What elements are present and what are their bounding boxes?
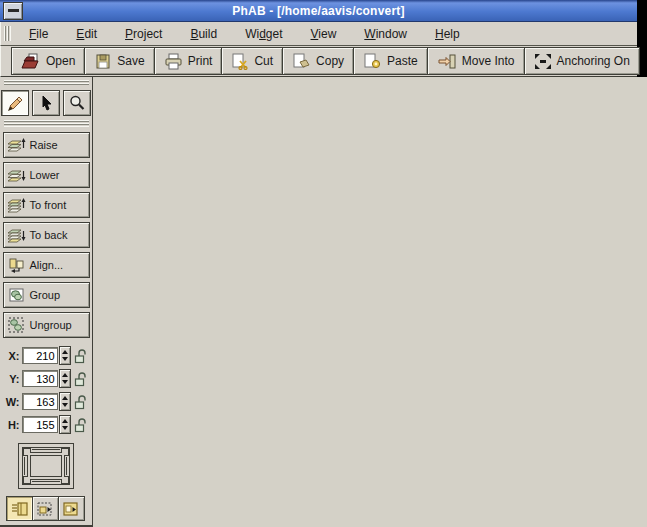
arrow-cursor-icon <box>37 94 55 113</box>
anchor-bar-right[interactable] <box>64 455 70 477</box>
workspace-canvas[interactable] <box>0 77 647 527</box>
w-spinner[interactable] <box>59 392 71 411</box>
menu-item-widget[interactable]: Widget <box>243 25 284 43</box>
magnify-tool-button[interactable] <box>63 90 91 116</box>
ungroup-label: Ungroup <box>30 319 72 331</box>
y-lock-button[interactable] <box>73 370 89 388</box>
geometry-section: X: Y: W: <box>4 346 89 435</box>
to-front-button[interactable]: To front <box>3 192 90 218</box>
group-label: Group <box>30 289 61 301</box>
align-button[interactable]: Align... <box>3 252 90 278</box>
titlebar[interactable]: PhAB - [/home/aavis/convert] <box>0 0 637 22</box>
anchor-corner-bottom-left[interactable] <box>22 477 30 485</box>
menu-item-window[interactable]: Window <box>362 25 409 43</box>
w-row: W: <box>4 392 89 412</box>
lower-button[interactable]: Lower <box>3 162 90 188</box>
h-lock-button[interactable] <box>73 416 89 434</box>
menu-item-help[interactable]: Help <box>433 25 462 43</box>
menu-item-build[interactable]: Build <box>188 25 219 43</box>
window-title: PhAB - [/home/aavis/convert] <box>0 4 637 18</box>
grow-panel-icon <box>62 501 81 517</box>
grow-panel-button[interactable] <box>58 496 85 521</box>
to-front-label: To front <box>30 199 67 211</box>
open-button[interactable]: Open <box>11 47 85 75</box>
print-button[interactable]: Print <box>154 47 223 75</box>
y-row: Y: <box>4 369 89 389</box>
x-label: X: <box>4 350 20 362</box>
module-list-button[interactable] <box>6 496 33 521</box>
anchor-corner-bottom-right[interactable] <box>62 477 70 485</box>
menu-item-view[interactable]: View <box>309 25 339 43</box>
lower-label: Lower <box>30 169 60 181</box>
x-spinner[interactable] <box>59 346 71 365</box>
menu-item-edit[interactable]: Edit <box>74 25 99 43</box>
h-label: H: <box>4 419 20 431</box>
group-icon <box>7 287 27 303</box>
menu-items: File Edit Project Build Widget View Wind… <box>17 25 462 43</box>
draw-tool-button[interactable] <box>1 90 29 116</box>
anchoring-toggle-button[interactable]: Anchoring On <box>524 47 640 75</box>
phab-window-top: PhAB - [/home/aavis/convert] File Edit P… <box>0 0 637 77</box>
unlock-icon <box>74 348 87 364</box>
lower-icon <box>7 167 27 183</box>
save-button[interactable]: Save <box>84 47 154 75</box>
anchor-bar-top[interactable] <box>30 447 62 453</box>
align-icon <box>7 257 27 273</box>
shrink-panel-button[interactable] <box>32 496 59 521</box>
menubar-grip[interactable] <box>4 26 11 41</box>
open-label: Open <box>46 54 75 68</box>
w-label: W: <box>4 396 20 408</box>
h-field[interactable] <box>22 416 58 433</box>
to-front-icon <box>7 197 27 213</box>
cut-label: Cut <box>254 54 273 68</box>
print-icon <box>164 53 183 70</box>
paste-button[interactable]: Paste <box>353 47 428 75</box>
raise-label: Raise <box>30 139 58 151</box>
x-lock-button[interactable] <box>73 347 89 365</box>
cut-button[interactable]: Cut <box>221 47 283 75</box>
h-spinner[interactable] <box>59 415 71 434</box>
cut-icon <box>231 53 249 70</box>
group-button[interactable]: Group <box>3 282 90 308</box>
anchoring-label: Anchoring On <box>557 54 630 68</box>
pencil-icon <box>5 94 25 113</box>
shrink-panel-icon <box>36 501 55 517</box>
to-back-button[interactable]: To back <box>3 222 90 248</box>
ungroup-button[interactable]: Ungroup <box>3 312 90 338</box>
side-panel: Raise Lower To front <box>0 77 93 527</box>
panel-grip-top[interactable] <box>4 80 89 86</box>
h-row: H: <box>4 415 89 435</box>
save-icon <box>94 53 112 70</box>
print-label: Print <box>188 54 213 68</box>
tool-palette <box>1 90 91 116</box>
anchor-corner-top-left[interactable] <box>22 447 30 455</box>
y-spinner[interactable] <box>59 369 71 388</box>
anchor-bar-left[interactable] <box>22 455 28 477</box>
menu-item-project[interactable]: Project <box>123 25 164 43</box>
w-lock-button[interactable] <box>73 393 89 411</box>
y-field[interactable] <box>22 370 58 387</box>
copy-icon <box>292 53 311 70</box>
raise-icon <box>7 137 27 153</box>
w-field[interactable] <box>22 393 58 410</box>
menu-item-file[interactable]: File <box>27 25 50 43</box>
select-tool-button[interactable] <box>32 90 60 116</box>
toolbar: Open Save Print <box>0 45 637 77</box>
anchor-corner-top-right[interactable] <box>62 447 70 455</box>
anchor-editor[interactable] <box>18 443 74 489</box>
raise-button[interactable]: Raise <box>3 132 90 158</box>
copy-button[interactable]: Copy <box>282 47 354 75</box>
menubar: File Edit Project Build Widget View Wind… <box>0 22 637 45</box>
panel-mode-buttons <box>7 496 85 521</box>
y-label: Y: <box>4 373 20 385</box>
align-label: Align... <box>30 259 64 271</box>
paste-icon <box>363 53 382 70</box>
panel-grip-mid[interactable] <box>4 120 89 126</box>
move-into-label: Move Into <box>462 54 515 68</box>
x-field[interactable] <box>22 347 58 364</box>
open-icon <box>21 53 41 70</box>
move-into-button[interactable]: Move Into <box>427 47 525 75</box>
copy-label: Copy <box>316 54 344 68</box>
anchor-bar-bottom[interactable] <box>30 479 62 485</box>
magnifier-icon <box>68 94 86 113</box>
